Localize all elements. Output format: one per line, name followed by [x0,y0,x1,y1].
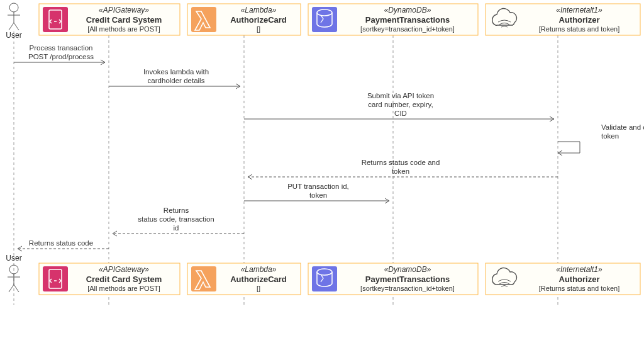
svg-text:[sortkey=transaction_id+token]: [sortkey=transaction_id+token] [360,285,455,292]
svg-rect-18 [312,7,337,32]
svg-line-54 [9,285,14,292]
actor-user-top: User [6,3,21,40]
apigateway-icon [43,7,68,32]
svg-text:PaymentTransactions: PaymentTransactions [365,274,450,284]
lambda-icon [191,7,216,32]
svg-text:«DynamoDB»: «DynamoDB» [384,265,431,274]
svg-text:token: token [309,191,327,199]
svg-text:[Returns status and token]: [Returns status and token] [539,285,619,292]
svg-line-4 [14,23,19,30]
participant-db-top: «DynamoDB» PaymentTransactions [sortkey=… [308,4,478,35]
svg-text:Credit Card System: Credit Card System [86,15,162,25]
svg-text:«Internetalt1»: «Internetalt1» [556,265,602,274]
svg-text:[All methods are POST]: [All methods are POST] [87,285,160,292]
msg-return-status-code: Returns status code [18,239,109,251]
svg-text:«Lambda»: «Lambda» [241,6,277,14]
dynamodb-icon [312,266,337,291]
msg-invoke-lambda: Invokes lambda with cardholder details [109,68,240,89]
participant-auth-bottom: «Internetalt1» Authorizer [Returns statu… [486,263,640,295]
msg-put-transaction: PUT transaction id, token [244,183,389,203]
svg-rect-64 [191,266,216,291]
svg-text:Returns: Returns [164,206,189,214]
svg-text:[]: [] [257,25,260,33]
svg-text:token: token [392,167,409,175]
svg-text:[All methods are POST]: [All methods are POST] [87,25,160,33]
svg-text:id: id [174,224,179,232]
svg-rect-13 [191,7,216,32]
sequence-diagram: User «APIGateway» Credit Card System [Al… [0,0,644,345]
svg-text:Credit Card System: Credit Card System [86,274,162,284]
user-label-top: User [6,31,21,40]
svg-text:AuthorizeCard: AuthorizeCard [230,15,287,25]
participant-lambda-bottom: «Lambda» AuthorizeCard [] [187,263,301,295]
svg-text:cardholder details: cardholder details [148,77,205,84]
svg-line-3 [9,23,14,30]
svg-rect-6 [43,7,68,32]
svg-text:Authorizer: Authorizer [559,15,600,25]
svg-rect-69 [312,266,337,291]
svg-text:Validate and create: Validate and create [601,123,644,131]
svg-text:«Internetalt1»: «Internetalt1» [556,6,602,14]
svg-text:AuthorizeCard: AuthorizeCard [230,274,287,284]
msg-validate-create-token: Validate and create token [558,123,644,156]
participant-db-bottom: «DynamoDB» PaymentTransactions [sortkey=… [308,263,478,295]
svg-text:PUT transaction id,: PUT transaction id, [287,183,349,190]
svg-text:«APIGateway»: «APIGateway» [99,6,149,14]
lambda-icon [191,266,216,291]
msg-return-status-token: Returns status code and token [248,159,558,179]
svg-text:Invokes lambda with: Invokes lambda with [143,68,209,76]
actor-user-bottom: User [6,254,21,292]
svg-text:CID: CID [394,110,407,117]
svg-text:status code, transaction: status code, transaction [138,215,214,223]
msg-process-transaction: Process transaction POST /prod/process [14,44,105,65]
svg-text:Submit via API token: Submit via API token [367,92,434,99]
svg-text:card number, expiry,: card number, expiry, [368,101,433,108]
participant-api-bottom: «APIGateway» Credit Card System [All met… [39,263,180,295]
apigateway-icon [43,266,68,291]
svg-text:«DynamoDB»: «DynamoDB» [384,6,431,14]
svg-text:«Lambda»: «Lambda» [241,265,277,274]
svg-text:Authorizer: Authorizer [559,274,600,284]
svg-point-0 [9,3,18,12]
dynamodb-icon [312,7,337,32]
msg-submit-token: Submit via API token card number, expiry… [244,92,554,122]
svg-line-55 [14,285,19,292]
svg-rect-57 [43,266,68,291]
participant-lambda-top: «Lambda» AuthorizeCard [] [187,4,301,35]
svg-text:Returns status code and: Returns status code and [362,159,440,166]
svg-text:[]: [] [257,285,260,292]
participant-api-top: «APIGateway» Credit Card System [All met… [39,4,180,35]
user-label-bottom: User [6,254,21,263]
svg-text:[Returns status and token]: [Returns status and token] [539,25,619,33]
svg-text:[sortkey=transaction_id+token]: [sortkey=transaction_id+token] [360,25,455,33]
svg-text:Process transaction: Process transaction [30,44,93,52]
svg-text:PaymentTransactions: PaymentTransactions [365,15,450,25]
svg-text:«APIGateway»: «APIGateway» [99,265,149,274]
svg-text:token: token [601,132,619,140]
svg-text:Returns status code: Returns status code [29,239,93,247]
participant-auth-top: «Internetalt1» Authorizer [Returns statu… [486,4,640,35]
svg-text:POST /prod/process: POST /prod/process [28,53,94,60]
msg-return-transaction-id: Returns status code, transaction id [113,206,244,236]
